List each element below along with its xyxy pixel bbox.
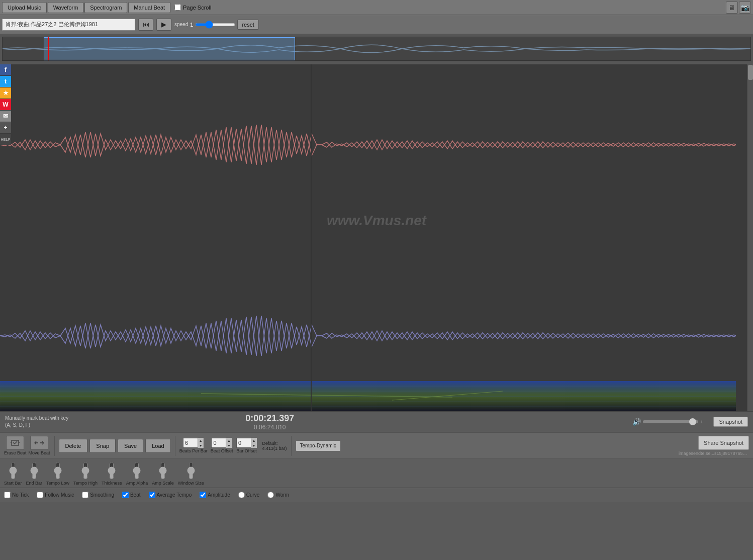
window-size-label: Window Size [178,481,204,486]
smoothing-checkbox[interactable] [82,492,88,498]
bar-offset-up[interactable]: ▲ [251,438,257,443]
amp-scale-slider[interactable] [158,461,167,480]
separator-2 [175,436,175,456]
curve-item[interactable]: Curve [238,492,260,498]
beat-offset-input[interactable] [212,440,226,446]
beats-per-bar-input[interactable] [183,440,198,446]
share-snapshot-group: Share Snapshot imagesendte.se...s15j8917… [679,436,749,456]
beats-per-bar-up[interactable]: ▲ [198,438,204,443]
separator-3 [291,436,292,456]
erase-beat-icon[interactable] [6,436,24,450]
song-title-input[interactable]: 肖邦:夜曲,作品27之2 巴伦博伊姆1981 [2,19,135,31]
tempo-low-slider[interactable] [53,461,62,480]
minimap-selection[interactable] [44,37,295,60]
smoothing-item[interactable]: Smoothing [82,492,114,498]
tempo-high-param: Tempo High [73,461,98,486]
no-tick-item[interactable]: No Tick [4,492,29,498]
delete-button[interactable]: Delete [59,439,88,453]
load-button[interactable]: Load [145,439,170,453]
start-bar-param: Start Bar [4,461,22,486]
speed-reset-button[interactable]: reset [237,20,258,30]
bookmark-button[interactable]: ★ [0,87,11,99]
share-snapshot-button[interactable]: Share Snapshot [698,436,749,450]
weibo-button[interactable]: W [0,99,11,110]
beat-offset-label: Beat Offset [211,448,233,453]
beat-offset-up[interactable]: ▲ [226,438,232,443]
amp-alpha-label: Amp Alpha [126,481,148,486]
tempo-low-label: Tempo Low [46,481,69,486]
follow-music-checkbox[interactable] [37,492,43,498]
volume-thumb[interactable] [689,418,696,425]
params-bar: Start Bar End Bar Tempo Low Tempo High T… [0,458,753,488]
email-button[interactable]: ✉ [0,111,11,122]
controls-bar: Erase Beat Move Beat Delete Snap Save Lo… [0,432,753,458]
move-beat-control[interactable]: Move Beat [29,436,50,455]
bar-offset-input[interactable] [237,440,251,446]
tempo-dynamic-button[interactable]: Tempo-Dynamic [296,440,341,451]
beats-per-bar-spinbox[interactable]: ▲ ▼ [183,438,204,448]
camera-icon-button[interactable]: 📷 [739,2,751,14]
erase-beat-label: Erase Beat [4,450,27,455]
beats-group: ▲ ▼ Beats Per Bar ▲ ▼ Beat Offset ▲ [179,438,257,453]
bar-offset-down[interactable]: ▼ [251,443,257,448]
waveform-button[interactable]: Waveform [48,2,84,13]
amplitude-item[interactable]: Amplitude [200,492,230,498]
spectrum-svg [0,381,736,411]
beat-checkbox[interactable] [122,492,129,498]
help-button[interactable]: HELP [0,134,11,145]
addthis-button[interactable]: + [0,122,11,133]
end-bar-label: End Bar [26,481,43,486]
start-bar-slider[interactable] [9,461,18,480]
watermark: www.Vmus.net [327,213,426,229]
amplitude-checkbox[interactable] [200,492,206,498]
minimap-inner[interactable] [2,37,751,61]
end-bar-slider[interactable] [30,461,39,480]
amp-alpha-slider[interactable] [132,461,141,480]
average-tempo-item[interactable]: Average Tempo [149,492,192,498]
beat-hint: Manually mark beat with key (A, S, D, F) [5,415,68,429]
play-button[interactable]: ▶ [156,19,171,31]
manual-beat-button[interactable]: Manual Beat [128,2,170,13]
bottom-waveform-svg [0,306,736,366]
curve-radio[interactable] [238,492,245,498]
scrollbar-thumb[interactable] [748,65,753,80]
facebook-button[interactable]: f [0,64,11,75]
snapshot-button[interactable]: Snapshot [713,417,747,427]
move-beat-icon[interactable] [30,436,48,450]
main-waveform-area[interactable]: www.Vmus.net [0,64,753,411]
total-time-display: 0:06:24.810 [254,424,286,431]
upload-music-button[interactable]: Upload Music [2,2,47,13]
beat-offset-spinbox[interactable]: ▲ ▼ [211,438,232,448]
vertical-scrollbar[interactable] [747,64,753,411]
window-size-slider[interactable] [186,461,196,480]
speed-slider[interactable] [195,23,235,26]
follow-music-item[interactable]: Follow Music [37,492,74,498]
amp-alpha-param: Amp Alpha [126,461,148,486]
beat-offset-down[interactable]: ▼ [226,443,232,448]
separator-1 [54,436,55,456]
save-button[interactable]: Save [118,439,143,453]
spectrogram-button[interactable]: Spectrogram [84,2,127,13]
average-tempo-checkbox[interactable] [149,492,155,498]
end-bar-param: End Bar [26,461,43,486]
no-tick-checkbox[interactable] [4,492,11,498]
thickness-param: Thickness [102,461,122,486]
page-scroll-checkbox[interactable] [174,4,181,11]
beat-item[interactable]: Beat [122,492,141,498]
snap-button[interactable]: Snap [89,439,116,453]
worm-radio[interactable] [267,492,274,498]
window-size-param: Window Size [178,461,204,486]
prev-button[interactable]: ⏮ [138,19,153,31]
erase-beat-control[interactable]: Erase Beat [4,436,27,455]
tempo-high-slider[interactable] [81,461,90,480]
thickness-label: Thickness [102,481,122,486]
bar-offset-spinbox[interactable]: ▲ ▼ [236,438,257,448]
beats-per-bar-label: Beats Per Bar [179,448,208,453]
beats-per-bar-down[interactable]: ▼ [198,443,204,448]
volume-slider[interactable] [643,420,698,423]
monitor-icon-button[interactable]: 🖥 [726,2,738,14]
worm-item[interactable]: Worm [267,492,289,498]
top-waveform-svg [0,105,736,185]
thickness-slider[interactable] [107,461,116,480]
twitter-button[interactable]: t [0,76,11,87]
